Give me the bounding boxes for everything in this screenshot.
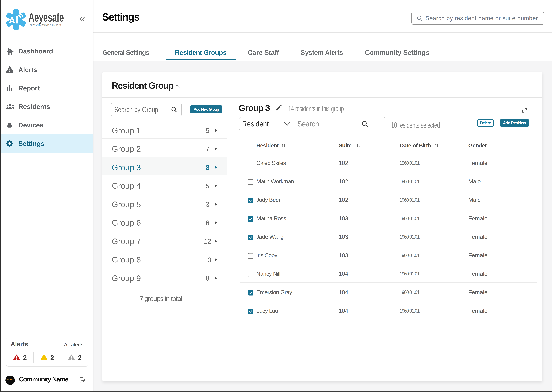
svg-text:A: A	[9, 15, 15, 25]
